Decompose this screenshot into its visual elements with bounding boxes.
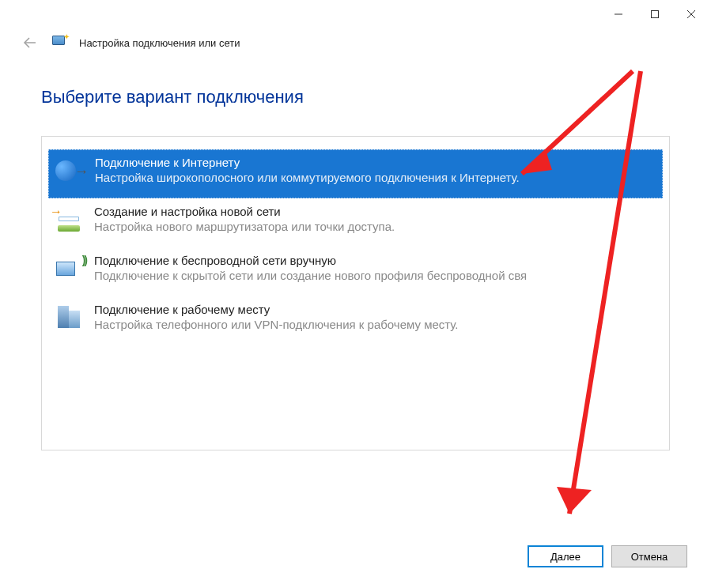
back-arrow-icon <box>21 34 39 51</box>
option-wireless-manual[interactable]: Подключение к беспроводной сети вручную … <box>47 247 664 296</box>
content-area: Выберите вариант подключения Подключение… <box>0 63 711 531</box>
minimize-button[interactable] <box>600 2 637 27</box>
building-icon <box>55 303 86 334</box>
footer: Далее Отмена <box>0 531 711 588</box>
back-button[interactable] <box>21 33 40 52</box>
option-text: Подключение к Интернету Настройка широко… <box>95 154 656 184</box>
option-desc: Настройка телефонного или VPN-подключени… <box>94 318 656 331</box>
close-icon <box>686 9 697 20</box>
header-title: Настройка подключения или сети <box>79 37 240 49</box>
svg-rect-1 <box>652 11 659 18</box>
option-title: Подключение к рабочему месту <box>94 303 656 316</box>
option-new-network[interactable]: Создание и настройка новой сети Настройк… <box>47 198 664 247</box>
option-internet-connection[interactable]: Подключение к Интернету Настройка широко… <box>48 149 663 198</box>
wifi-icon <box>55 254 86 285</box>
router-icon <box>55 205 86 236</box>
maximize-icon <box>650 9 660 19</box>
page-heading: Выберите вариант подключения <box>41 87 670 107</box>
header: ✦ Настройка подключения или сети <box>0 28 711 63</box>
option-desc: Подключение к скрытой сети или создание … <box>94 269 656 282</box>
option-title: Создание и настройка новой сети <box>94 205 656 218</box>
close-button[interactable] <box>673 2 709 27</box>
option-text: Создание и настройка новой сети Настройк… <box>94 203 656 233</box>
option-title: Подключение к Интернету <box>95 156 656 169</box>
option-title: Подключение к беспроводной сети вручную <box>94 254 656 267</box>
network-wizard-icon: ✦ <box>51 34 68 51</box>
next-button[interactable]: Далее <box>528 545 603 567</box>
options-list: Подключение к Интернету Настройка широко… <box>41 136 670 450</box>
maximize-button[interactable] <box>637 2 673 27</box>
minimize-icon <box>614 9 623 19</box>
cancel-button[interactable]: Отмена <box>611 545 687 567</box>
option-desc: Настройка нового маршрутизатора или точк… <box>94 220 656 233</box>
option-text: Подключение к рабочему месту Настройка т… <box>94 301 656 331</box>
option-workplace[interactable]: Подключение к рабочему месту Настройка т… <box>47 296 664 345</box>
globe-icon <box>55 156 87 187</box>
option-text: Подключение к беспроводной сети вручную … <box>94 252 656 282</box>
titlebar <box>0 0 711 28</box>
wizard-window: ✦ Настройка подключения или сети Выберит… <box>0 0 711 588</box>
option-desc: Настройка широкополосного или коммутируе… <box>95 171 656 184</box>
